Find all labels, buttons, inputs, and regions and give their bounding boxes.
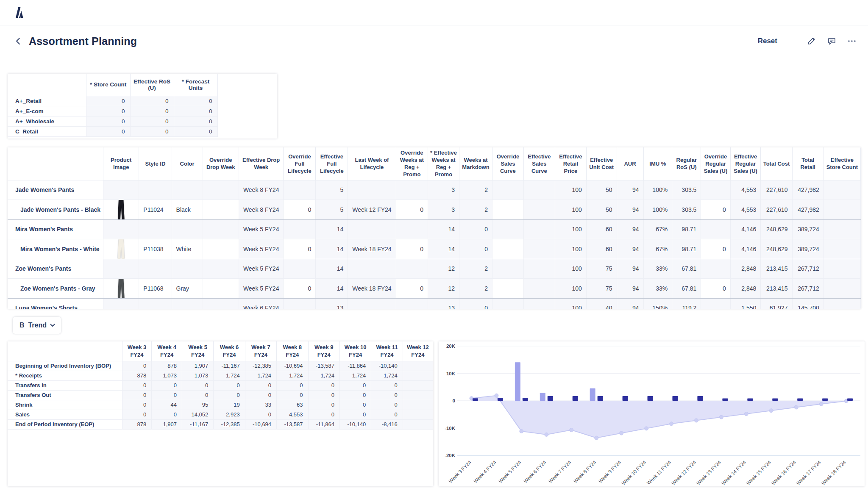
grid-cell-esc[interactable] <box>823 200 860 219</box>
grid-cell-last_week[interactable] <box>348 259 396 278</box>
grid-cell-aur[interactable]: 94 <box>617 239 643 259</box>
grid-cell-tretail[interactable]: 389,724 <box>792 219 823 239</box>
grid-cell-eff_rs[interactable]: 4,553 <box>730 180 761 200</box>
mini-cell[interactable]: 0 <box>130 116 174 126</box>
weeks-cell[interactable]: 95 <box>182 400 214 410</box>
edit-icon[interactable] <box>806 36 816 46</box>
grid-cell-euc[interactable]: 50 <box>586 200 617 219</box>
weeks-cell[interactable]: -13,587 <box>277 419 308 429</box>
grid-cell-img[interactable] <box>103 298 139 309</box>
weeks-cell[interactable]: 1,724 <box>339 371 371 380</box>
weeks-cell[interactable]: 0 <box>245 380 276 390</box>
weeks-cell[interactable]: -13,587 <box>308 361 339 371</box>
weeks-cell[interactable]: 0 <box>371 410 403 419</box>
grid-cell-eff_flc[interactable]: 5 <box>316 200 348 219</box>
weeks-cell[interactable]: 0 <box>371 380 403 390</box>
weeks-cell[interactable]: 0 <box>122 390 152 400</box>
weeks-cell[interactable]: 0 <box>182 390 214 400</box>
grid-cell-ovr_flc[interactable]: 0 <box>284 239 316 259</box>
weeks-cell[interactable]: 1,907 <box>182 361 214 371</box>
weeks-cell[interactable]: 19 <box>214 400 245 410</box>
grid-cell-ovr_rs[interactable] <box>701 219 730 239</box>
weeks-cell[interactable] <box>403 390 433 400</box>
grid-cell-ovr_sc[interactable] <box>492 259 523 278</box>
weeks-cell[interactable] <box>403 380 433 390</box>
grid-cell-last_week[interactable]: Week 12 FY24 <box>348 200 396 219</box>
grid-cell-ovr_rs[interactable]: 0 <box>701 239 730 259</box>
grid-cell-eff_sc[interactable] <box>523 239 555 259</box>
grid-cell-erp[interactable]: 100 <box>555 259 586 278</box>
grid-cell-eff_rs[interactable]: 4,146 <box>730 219 761 239</box>
grid-cell-wks_md[interactable]: 2 <box>459 259 492 278</box>
mini-cell[interactable]: 0 <box>174 126 217 136</box>
grid-row-label[interactable]: Mira Women's Pants <box>8 219 103 239</box>
grid-cell-eff_sc[interactable] <box>523 200 555 219</box>
weeks-row-label[interactable]: * Receipts <box>8 371 122 380</box>
weeks-cell[interactable]: -11,864 <box>308 419 339 429</box>
grid-cell-aur[interactable]: 94 <box>617 219 643 239</box>
grid-cell-aur[interactable]: 94 <box>617 298 643 309</box>
grid-row-label[interactable]: Luna Women's Shorts <box>8 298 103 309</box>
grid-cell-erp[interactable]: 100 <box>555 180 586 200</box>
grid-cell-eff_drop[interactable]: Week 8 FY24 <box>239 180 284 200</box>
grid-cell-last_week[interactable] <box>348 180 396 200</box>
weeks-cell[interactable]: 0 <box>371 390 403 400</box>
grid-cell-color[interactable] <box>172 219 203 239</box>
grid-cell-style_id[interactable] <box>139 219 172 239</box>
weeks-cell[interactable]: 1,724 <box>245 371 276 380</box>
weeks-cell[interactable]: -10,694 <box>277 361 308 371</box>
grid-cell-tretail[interactable]: 267,712 <box>792 259 823 278</box>
weeks-cell[interactable]: 0 <box>214 380 245 390</box>
grid-cell-eff_drop[interactable]: Week 5 FY24 <box>239 278 284 298</box>
grid-cell-rros[interactable]: 98.71 <box>672 239 701 259</box>
weeks-cell[interactable]: 0 <box>245 390 276 400</box>
grid-cell-wks_md[interactable]: 2 <box>459 180 492 200</box>
mini-cell[interactable]: 0 <box>130 106 174 116</box>
grid-row-label[interactable]: Jade Women's Pants - Black <box>8 200 103 219</box>
grid-cell-style_id[interactable] <box>139 180 172 200</box>
grid-cell-eff_drop[interactable]: Week 6 FY24 <box>239 298 284 309</box>
weeks-cell[interactable]: 0 <box>152 410 182 419</box>
grid-cell-ovr_rs[interactable]: 0 <box>701 200 730 219</box>
weeks-cell[interactable]: 878 <box>122 419 152 429</box>
grid-cell-ovr_flc[interactable] <box>284 259 316 278</box>
grid-cell-img[interactable] <box>103 239 139 259</box>
grid-cell-img[interactable] <box>103 259 139 278</box>
weeks-row-label[interactable]: Sales <box>8 410 122 419</box>
weeks-cell[interactable] <box>403 400 433 410</box>
grid-cell-aur[interactable]: 94 <box>617 180 643 200</box>
mini-row-label[interactable]: A+_E-com <box>8 106 86 116</box>
grid-cell-color[interactable]: Gray <box>172 278 203 298</box>
grid-cell-erp[interactable]: 100 <box>555 278 586 298</box>
weeks-cell[interactable]: 0 <box>214 390 245 400</box>
grid-cell-tcost[interactable]: 248,629 <box>761 239 792 259</box>
mini-row-label[interactable]: C_Retail <box>8 126 86 136</box>
grid-cell-ovr_drop[interactable] <box>203 239 239 259</box>
grid-cell-rros[interactable]: 303.5 <box>672 200 701 219</box>
grid-cell-tcost[interactable]: 213,415 <box>761 259 792 278</box>
grid-cell-rros[interactable]: 303.5 <box>672 180 701 200</box>
grid-cell-ovr_wks[interactable]: 0 <box>396 278 428 298</box>
more-icon[interactable] <box>847 36 857 46</box>
weeks-cell[interactable]: 4,553 <box>277 410 308 419</box>
weeks-cell[interactable]: -10,694 <box>245 419 276 429</box>
grid-cell-ovr_drop[interactable] <box>203 200 239 219</box>
grid-cell-ovr_drop[interactable] <box>203 219 239 239</box>
grid-cell-ovr_sc[interactable] <box>492 180 523 200</box>
weeks-cell[interactable]: 1,724 <box>277 371 308 380</box>
weeks-cell[interactable]: 0 <box>339 410 371 419</box>
grid-cell-eff_drop[interactable]: Week 5 FY24 <box>239 259 284 278</box>
grid-cell-rros[interactable]: 119.2 <box>672 298 701 309</box>
grid-cell-ovr_drop[interactable] <box>203 278 239 298</box>
weeks-cell[interactable]: 878 <box>122 371 152 380</box>
grid-cell-rros[interactable]: 98.71 <box>672 219 701 239</box>
grid-cell-wks_md[interactable]: 0 <box>459 239 492 259</box>
grid-cell-ovr_flc[interactable] <box>284 298 316 309</box>
back-icon[interactable] <box>14 37 23 45</box>
mini-cell[interactable]: 0 <box>86 106 130 116</box>
grid-row-label[interactable]: Mira Women's Pants - White <box>8 239 103 259</box>
grid-cell-esc[interactable] <box>823 278 860 298</box>
grid-cell-aur[interactable]: 94 <box>617 259 643 278</box>
grid-cell-euc[interactable]: 60 <box>586 219 617 239</box>
weeks-cell[interactable]: -12,385 <box>245 361 276 371</box>
